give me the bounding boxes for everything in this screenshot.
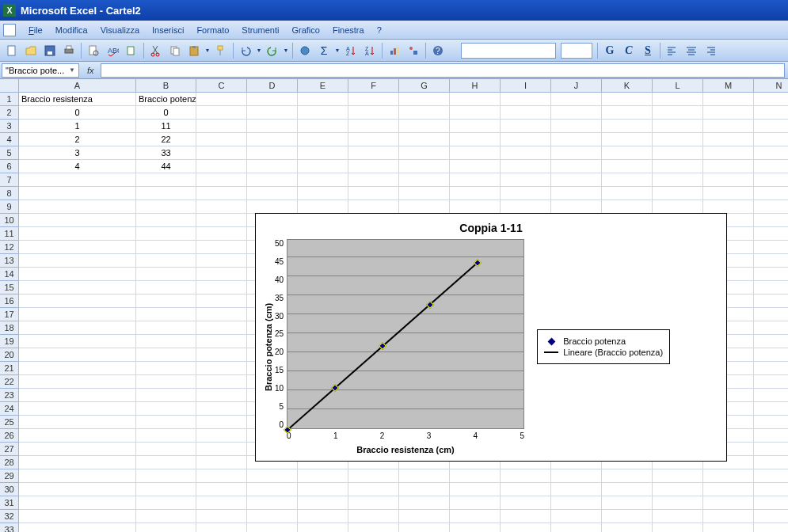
cell[interactable] — [551, 469, 602, 483]
cell[interactable] — [399, 523, 450, 532]
cell[interactable] — [754, 200, 788, 214]
cell[interactable] — [703, 120, 754, 133]
cell[interactable] — [653, 200, 703, 214]
row-header[interactable]: 32 — [0, 510, 19, 523]
cell[interactable] — [602, 510, 653, 523]
cell[interactable] — [754, 335, 788, 348]
embedded-chart[interactable]: Coppia 1-11 Braccio potenza (cm) 5045403… — [255, 213, 727, 462]
align-left-icon[interactable] — [664, 42, 681, 59]
cell[interactable] — [754, 308, 788, 321]
cell[interactable] — [703, 173, 754, 187]
column-header[interactable]: L — [653, 79, 703, 93]
row-header[interactable]: 18 — [0, 321, 19, 335]
cell[interactable] — [247, 483, 298, 496]
cell[interactable] — [196, 469, 247, 483]
cell[interactable] — [298, 496, 348, 510]
cell[interactable] — [450, 160, 501, 173]
cell[interactable] — [247, 496, 298, 510]
cell[interactable] — [247, 187, 298, 200]
cell[interactable] — [136, 375, 196, 389]
row-header[interactable]: 10 — [0, 214, 19, 227]
cell[interactable] — [399, 510, 450, 523]
cell[interactable] — [703, 510, 754, 523]
cell[interactable] — [19, 241, 136, 254]
chart-wizard-icon[interactable] — [386, 42, 403, 59]
cell[interactable] — [653, 106, 703, 120]
row-header[interactable]: 17 — [0, 308, 19, 321]
cell[interactable] — [298, 523, 348, 532]
menu-edit[interactable]: Modifica — [49, 24, 94, 36]
cell[interactable] — [136, 321, 196, 335]
cell[interactable] — [754, 375, 788, 389]
cell[interactable] — [298, 510, 348, 523]
cell[interactable] — [247, 160, 298, 173]
formula-input[interactable] — [101, 63, 785, 78]
cell[interactable] — [348, 483, 399, 496]
cell[interactable] — [298, 93, 348, 106]
cell[interactable] — [754, 496, 788, 510]
cell[interactable] — [501, 483, 551, 496]
align-right-icon[interactable] — [702, 42, 719, 59]
cell[interactable] — [247, 106, 298, 120]
column-header[interactable]: E — [298, 79, 348, 93]
row-header[interactable]: 9 — [0, 200, 19, 214]
cell[interactable] — [450, 173, 501, 187]
cell[interactable] — [136, 187, 196, 200]
cell[interactable] — [196, 510, 247, 523]
row-header[interactable]: 21 — [0, 362, 19, 375]
cell[interactable] — [399, 469, 450, 483]
cell[interactable] — [703, 483, 754, 496]
cell[interactable] — [754, 389, 788, 402]
column-header[interactable]: J — [551, 79, 602, 93]
cell[interactable] — [247, 173, 298, 187]
column-header[interactable]: C — [196, 79, 247, 93]
help-icon[interactable]: ? — [429, 42, 447, 59]
chart-title[interactable]: Coppia 1-11 — [256, 214, 726, 239]
document-icon[interactable] — [3, 24, 16, 36]
cell[interactable] — [19, 362, 136, 375]
column-header[interactable]: G — [399, 79, 450, 93]
cell[interactable] — [196, 483, 247, 496]
cell[interactable] — [19, 173, 136, 187]
column-header[interactable]: M — [703, 79, 754, 93]
cell[interactable] — [196, 173, 247, 187]
cell[interactable] — [298, 133, 348, 146]
cell[interactable] — [450, 510, 501, 523]
sort-desc-icon[interactable]: ZA — [361, 42, 379, 59]
cell[interactable] — [136, 389, 196, 402]
cell[interactable] — [450, 483, 501, 496]
row-header[interactable]: 20 — [0, 348, 19, 362]
cell[interactable] — [136, 510, 196, 523]
row-header[interactable]: 19 — [0, 335, 19, 348]
research-icon[interactable] — [123, 42, 140, 59]
row-header[interactable]: 16 — [0, 294, 19, 308]
column-header[interactable]: A — [19, 79, 136, 93]
cell[interactable] — [196, 389, 247, 402]
cell[interactable] — [348, 523, 399, 532]
cell[interactable] — [754, 443, 788, 456]
row-header[interactable]: 25 — [0, 416, 19, 429]
cell[interactable] — [602, 469, 653, 483]
cell[interactable] — [136, 227, 196, 241]
cell[interactable] — [399, 133, 450, 146]
cell[interactable] — [399, 146, 450, 160]
cell[interactable] — [136, 348, 196, 362]
chart-legend[interactable]: Braccio potenza Lineare (Braccio potenza… — [537, 329, 670, 364]
cell[interactable] — [348, 173, 399, 187]
cell[interactable] — [19, 375, 136, 389]
cell[interactable] — [399, 187, 450, 200]
plot-area[interactable] — [287, 239, 524, 429]
cell[interactable] — [196, 402, 247, 416]
cell[interactable] — [136, 214, 196, 227]
cell[interactable] — [501, 173, 551, 187]
sort-asc-icon[interactable]: AZ — [342, 42, 360, 59]
cell[interactable] — [348, 160, 399, 173]
menu-insert[interactable]: Inserisci — [146, 24, 190, 36]
cell[interactable]: 0 — [19, 106, 136, 120]
cell[interactable] — [196, 106, 247, 120]
hyperlink-icon[interactable] — [296, 42, 314, 59]
cell[interactable] — [602, 93, 653, 106]
menu-help[interactable]: ? — [371, 24, 388, 36]
cell[interactable] — [298, 483, 348, 496]
cell[interactable] — [602, 133, 653, 146]
